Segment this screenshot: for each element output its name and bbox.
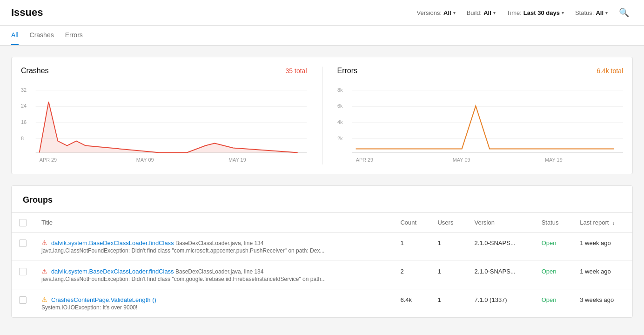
users-cell: 1 <box>430 232 467 260</box>
table-row: ⚠ dalvik.system.BaseDexClassLoader.findC… <box>12 232 632 260</box>
table-row: ⚠ dalvik.system.BaseDexClassLoader.findC… <box>12 260 632 289</box>
svg-text:16: 16 <box>21 119 27 125</box>
select-all-header[interactable] <box>12 213 34 232</box>
issue-subtitle: System.IO.IOException: It's over 9000! <box>41 304 385 311</box>
last-report-cell: 3 weeks ago <box>572 289 632 317</box>
error-icon: ⚠ <box>41 239 47 246</box>
chart-divider <box>322 67 322 164</box>
last-report-value: 1 week ago <box>580 239 611 246</box>
svg-text:MAY 19: MAY 19 <box>228 157 246 163</box>
row-checkbox[interactable] <box>19 268 27 275</box>
versions-filter[interactable]: Versions: All ▾ <box>413 7 459 18</box>
crashes-chart-header: Crashes 35 total <box>21 67 307 75</box>
errors-chart-area: 8k 6k 4k 2k APR 29 MAY 09 MAY 19 <box>337 81 624 164</box>
svg-text:MAY 09: MAY 09 <box>136 157 154 163</box>
status-chevron-icon: ▾ <box>605 10 608 15</box>
issue-title-link[interactable]: dalvik.system.BaseDexClassLoader.findCla… <box>51 268 174 275</box>
errors-chart-title: Errors <box>337 67 358 75</box>
svg-text:32: 32 <box>21 87 27 93</box>
page-title: Issues <box>11 7 43 19</box>
row-checkbox-cell[interactable] <box>12 289 34 317</box>
last-report-value: 3 weeks ago <box>580 296 614 303</box>
table-row: ⚠ CrashesContentPage.ValidateLength () S… <box>12 289 632 317</box>
svg-text:8: 8 <box>21 136 24 141</box>
svg-text:APR 29: APR 29 <box>356 157 373 163</box>
count-cell: 6.4k <box>393 289 430 317</box>
tab-errors[interactable]: Errors <box>65 26 83 45</box>
last-report-cell: 1 week ago <box>572 232 632 260</box>
warning-icon: ⚠ <box>41 296 47 303</box>
svg-text:24: 24 <box>21 103 27 109</box>
time-filter[interactable]: Time: Last 30 days ▾ <box>503 7 568 18</box>
version-value: 2.1.0-SNAPS... <box>475 239 516 246</box>
count-value: 2 <box>400 268 403 275</box>
crashes-chart-panel: Crashes 35 total 32 24 16 8 APR 29 <box>21 67 307 164</box>
errors-total: 6.4k total <box>597 67 623 75</box>
build-chevron-icon: ▾ <box>493 10 496 15</box>
errors-chart-panel: Errors 6.4k total 8k 6k 4k 2k APR 29 <box>337 67 624 164</box>
svg-text:6k: 6k <box>337 103 343 109</box>
errors-chart-header: Errors 6.4k total <box>337 67 624 75</box>
users-value: 1 <box>437 239 441 246</box>
version-value: 2.1.0-SNAPS... <box>475 268 516 275</box>
groups-section: Groups Title Count Users Version Status … <box>11 185 633 318</box>
issue-title-line: ⚠ dalvik.system.BaseDexClassLoader.findC… <box>41 239 385 246</box>
errors-chart-svg: 8k 6k 4k 2k APR 29 MAY 09 MAY 19 <box>337 81 624 164</box>
count-value: 6.4k <box>400 296 412 303</box>
status-cell: Open <box>534 289 573 317</box>
svg-text:MAY 19: MAY 19 <box>545 157 563 163</box>
versions-value: All <box>443 9 451 16</box>
version-cell: 7.1.0 (1337) <box>467 289 534 317</box>
count-cell: 1 <box>393 232 430 260</box>
count-value: 1 <box>400 239 403 246</box>
crashes-chart-title: Crashes <box>21 67 49 75</box>
status-badge: Open <box>542 296 557 303</box>
issue-title-link[interactable]: dalvik.system.BaseDexClassLoader.findCla… <box>51 239 174 246</box>
issue-subtitle: java.lang.ClassNotFoundException: Didn't… <box>41 276 385 282</box>
status-column-header: Status <box>534 213 573 232</box>
issue-subtitle: java.lang.ClassNotFoundException: Didn't… <box>41 247 385 254</box>
table-header-row: Title Count Users Version Status Last re… <box>12 213 632 232</box>
build-label: Build: <box>467 9 482 16</box>
status-cell: Open <box>534 260 573 289</box>
row-checkbox[interactable] <box>19 239 27 247</box>
status-filter[interactable]: Status: All ▾ <box>571 7 611 18</box>
build-filter[interactable]: Build: All ▾ <box>463 7 499 18</box>
tab-crashes[interactable]: Crashes <box>30 26 54 45</box>
row-checkbox-cell[interactable] <box>12 232 34 260</box>
status-badge: Open <box>542 239 557 246</box>
groups-title: Groups <box>12 186 632 213</box>
svg-text:8k: 8k <box>337 87 343 93</box>
tab-all[interactable]: All <box>11 26 19 45</box>
users-value: 1 <box>437 268 441 275</box>
status-badge: Open <box>542 268 557 275</box>
issue-title-link[interactable]: CrashesContentPage.ValidateLength () <box>51 296 156 303</box>
crashes-chart-area: 32 24 16 8 APR 29 MAY 09 MAY 19 <box>21 81 307 164</box>
status-value: All <box>596 9 604 16</box>
status-cell: Open <box>534 232 573 260</box>
select-all-checkbox[interactable] <box>19 219 27 226</box>
svg-text:APR 29: APR 29 <box>40 157 57 163</box>
row-checkbox[interactable] <box>19 296 27 304</box>
content-area: Crashes 35 total 32 24 16 8 APR 29 <box>0 46 644 329</box>
title-cell: ⚠ CrashesContentPage.ValidateLength () S… <box>34 289 393 317</box>
title-column-header: Title <box>34 213 393 232</box>
sort-icon: ↓ <box>612 220 615 226</box>
svg-text:4k: 4k <box>337 119 343 125</box>
last-report-column-header[interactable]: Last report ↓ <box>572 213 632 232</box>
row-checkbox-cell[interactable] <box>12 260 34 289</box>
title-cell: ⚠ dalvik.system.BaseDexClassLoader.findC… <box>34 232 393 260</box>
crashes-total: 35 total <box>286 67 307 75</box>
search-button[interactable]: 🔍 <box>615 6 633 20</box>
build-value: All <box>483 9 491 16</box>
issue-title-line: ⚠ dalvik.system.BaseDexClassLoader.findC… <box>41 267 385 275</box>
title-cell: ⚠ dalvik.system.BaseDexClassLoader.findC… <box>34 260 393 289</box>
issue-title-suffix: BaseDexClassLoader.java, line 134 <box>174 268 264 275</box>
versions-label: Versions: <box>417 9 442 16</box>
versions-chevron-icon: ▾ <box>453 10 456 15</box>
time-chevron-icon: ▾ <box>562 10 564 15</box>
users-column-header: Users <box>430 213 467 232</box>
svg-text:MAY 09: MAY 09 <box>452 157 470 163</box>
error-icon: ⚠ <box>41 267 47 275</box>
users-value: 1 <box>437 296 441 303</box>
